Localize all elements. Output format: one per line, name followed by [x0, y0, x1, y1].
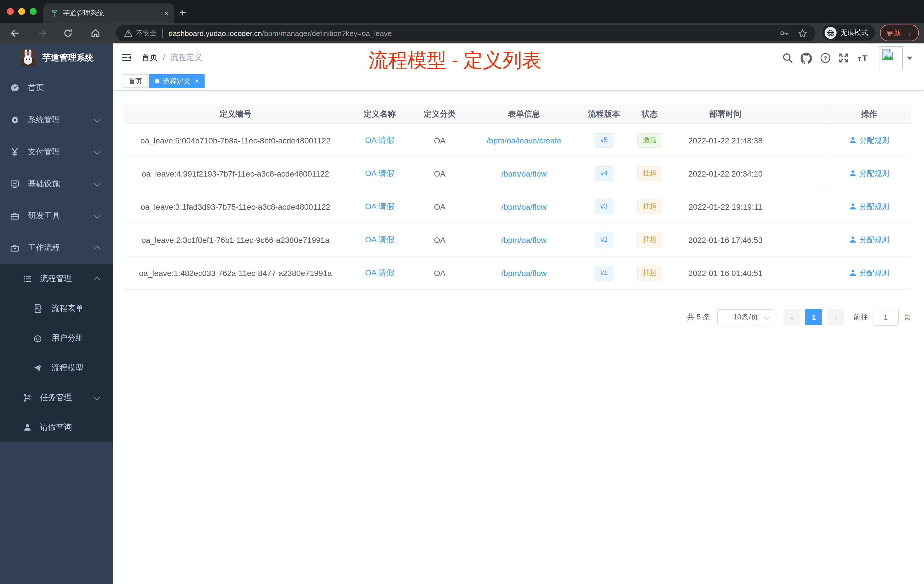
help-icon[interactable]: ?	[820, 53, 831, 63]
url-text[interactable]: dashboard.yudao.iocoder.cn/bpm/manager/d…	[168, 29, 392, 38]
sidebar-item-leave-query[interactable]: 请假查询	[0, 412, 113, 442]
assign-rule-button[interactable]: 分配规则	[849, 201, 889, 212]
sidebar-item-home[interactable]: 首页	[0, 72, 113, 104]
sidebar-item-label: 研发工具	[28, 211, 60, 221]
status-badge: 激活	[637, 133, 662, 148]
new-tab-button[interactable]: +	[180, 5, 186, 21]
incognito-label: 无痕模式	[841, 28, 868, 38]
sidebar-logo[interactable]: 芋道管理系统	[0, 43, 113, 72]
sidebar-item-system[interactable]: 系统管理	[0, 104, 113, 136]
fullscreen-icon[interactable]	[838, 53, 849, 63]
sidebar-item-workflow[interactable]: 工作流程	[0, 232, 113, 264]
tab-close-icon[interactable]: ×	[164, 8, 168, 18]
sidebar-item-label: 支付管理	[28, 147, 60, 157]
sidebar-item-label: 系统管理	[28, 115, 60, 125]
sidebar-item-user-group[interactable]: 用户分组	[0, 323, 113, 353]
version-badge: v2	[594, 232, 613, 247]
definition-name-link[interactable]: OA 请假	[365, 135, 394, 145]
briefcase-icon	[10, 243, 20, 252]
chrome-update-button[interactable]: 更新 ⋮	[880, 25, 919, 41]
definition-name-link[interactable]: OA 请假	[365, 268, 394, 278]
breadcrumb-current: 流程定义	[170, 53, 202, 63]
assign-rule-button[interactable]: 分配规则	[849, 135, 889, 145]
form-info-link[interactable]: /bpm/oa/leave/create	[487, 136, 561, 145]
next-page-button[interactable]: ›	[827, 309, 844, 325]
chevron-up-icon	[94, 277, 101, 283]
window-close-button[interactable]	[7, 8, 14, 15]
cell-deploy-time: 2022-01-16 01:40:51	[673, 257, 778, 289]
assign-rule-button[interactable]: 分配规则	[849, 168, 889, 178]
svg-text:T: T	[858, 56, 861, 62]
forward-icon[interactable]	[37, 28, 48, 38]
column-header: 部署时间	[673, 105, 778, 124]
avatar-button[interactable]	[879, 46, 903, 70]
sidebar-item-label: 基础设施	[28, 179, 60, 189]
search-icon[interactable]	[782, 53, 793, 63]
sidebar-item-label: 流程模型	[51, 363, 83, 373]
prev-page-button[interactable]: ‹	[784, 309, 800, 325]
current-page-button[interactable]: 1	[805, 309, 822, 325]
goto-page-input[interactable]	[873, 308, 899, 326]
assign-rule-button[interactable]: 分配规则	[849, 234, 889, 245]
version-badge: v3	[594, 199, 613, 214]
status-badge: 挂起	[637, 266, 662, 280]
tag-process-definition[interactable]: 流程定义 ×	[149, 74, 205, 88]
security-label[interactable]: 不安全	[136, 28, 157, 38]
reload-icon[interactable]	[63, 28, 73, 38]
column-header: 定义分类	[412, 105, 467, 124]
incognito-icon	[825, 26, 837, 39]
window-zoom-button[interactable]	[30, 8, 36, 15]
tag-label: 首页	[129, 76, 142, 86]
sidebar-item-label: 流程表单	[51, 304, 83, 314]
sidebar-item-process-management[interactable]: 流程管理	[0, 264, 113, 294]
yen-icon	[10, 147, 20, 157]
incognito-badge: 无痕模式	[822, 25, 875, 41]
sidebar-item-task-management[interactable]: 任务管理	[0, 383, 113, 412]
avatar-caret-icon[interactable]	[907, 56, 912, 63]
browser-menu-dots-icon[interactable]: ⋮	[906, 30, 912, 36]
form-info-link[interactable]: /bpm/oa/flow	[502, 202, 547, 211]
column-header: 定义编号	[124, 105, 347, 124]
bookmark-star-icon[interactable]	[798, 28, 807, 38]
sidebar-fold-icon[interactable]	[122, 53, 131, 62]
back-icon[interactable]	[10, 28, 20, 38]
font-size-icon[interactable]: TT	[858, 54, 870, 63]
page-size-select[interactable]: 10条/页	[717, 309, 774, 325]
github-icon[interactable]	[800, 53, 812, 64]
page-content: 定义编号 定义名称 定义分类 表单信息 流程版本 状态 部署时间 操作 oa_l…	[113, 91, 924, 584]
browser-tab[interactable]: 芋道管理系统 ×	[43, 3, 174, 23]
page-suffix: 页	[903, 312, 911, 322]
column-header: 状态	[627, 105, 673, 124]
sidebar-item-payment[interactable]: 支付管理	[0, 136, 113, 168]
cell-category: OA	[412, 223, 467, 256]
tag-close-icon[interactable]: ×	[195, 77, 199, 85]
definition-name-link[interactable]: OA 请假	[365, 234, 394, 245]
form-info-link[interactable]: /bpm/oa/flow	[502, 235, 547, 244]
sidebar-item-process-model[interactable]: 流程模型	[0, 353, 113, 383]
definition-table: 定义编号 定义名称 定义分类 表单信息 流程版本 状态 部署时间 操作 oa_l…	[124, 105, 911, 290]
assign-rule-button[interactable]: 分配规则	[849, 268, 889, 278]
pagination: 共 5 条 10条/页 ‹ 1 › 前往 页	[124, 308, 911, 326]
sidebar-item-infrastructure[interactable]: 基础设施	[0, 168, 113, 200]
definition-name-link[interactable]: OA 请假	[365, 201, 394, 212]
definition-name-link[interactable]: OA 请假	[365, 168, 394, 178]
annotation-title: 流程模型 - 定义列表	[369, 48, 541, 74]
sidebar-item-label: 请假查询	[40, 422, 72, 432]
sidebar-item-devtools[interactable]: 研发工具	[0, 200, 113, 232]
window-minimize-button[interactable]	[18, 8, 25, 15]
home-icon[interactable]	[90, 28, 101, 38]
form-info-link[interactable]: /bpm/oa/flow	[502, 169, 547, 178]
url-host: dashboard.yudao.iocoder.cn	[168, 29, 262, 38]
cell-deploy-time: 2022-01-16 17:46:53	[673, 223, 778, 256]
tag-home[interactable]: 首页	[123, 74, 148, 88]
sidebar-item-process-form[interactable]: 流程表单	[0, 294, 113, 323]
cell-deploy-time: 2022-01-22 19:19:11	[673, 190, 778, 223]
tags-view-bar: 首页 流程定义 ×	[113, 72, 924, 91]
breadcrumb-home[interactable]: 首页	[142, 53, 158, 63]
url-bar[interactable]: 不安全 dashboard.yudao.iocoder.cn/bpm/manag…	[116, 25, 815, 41]
form-info-link[interactable]: /bpm/oa/flow	[502, 268, 547, 277]
security-warning-icon[interactable]	[124, 29, 132, 37]
password-key-icon[interactable]	[779, 28, 790, 38]
robot-face-icon	[33, 334, 42, 343]
tab-title: 芋道管理系统	[63, 8, 164, 18]
